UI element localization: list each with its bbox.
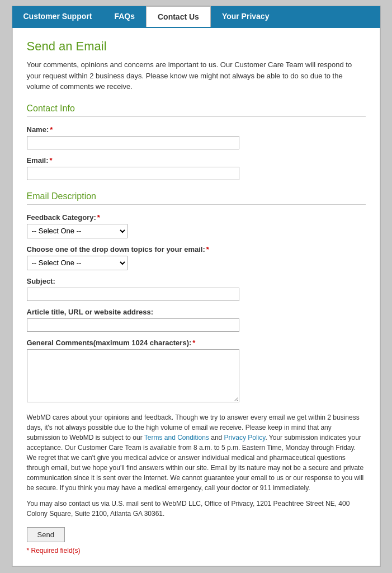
content-area: Send an Email Your comments, opinions an… (12, 28, 380, 566)
article-title-label: Article title, URL or website address: (27, 308, 366, 316)
page-title: Send an Email (27, 39, 366, 54)
name-required-star: * (50, 125, 53, 134)
disclaimer-paragraph1: WebMD cares about your opinions and feed… (27, 412, 366, 493)
feedback-required-star: * (97, 213, 100, 222)
email-description-section: Email Description Feedback Category:* --… (27, 191, 366, 404)
feedback-category-label: Feedback Category:* (27, 213, 366, 222)
dropdown-topics-group: Choose one of the drop down topics for y… (27, 245, 366, 270)
dropdown-required-star: * (206, 245, 209, 253)
terms-conditions-link[interactable]: Terms and Conditions (144, 434, 209, 442)
required-fields-note: * Required field(s) (27, 547, 366, 555)
tab-faqs[interactable]: FAQs (103, 6, 146, 26)
dropdown-topics-select[interactable]: -- Select One -- (27, 256, 127, 270)
email-required-star: * (50, 156, 53, 165)
email-field-group: Email:* (27, 156, 366, 180)
contact-info-heading: Contact Info (27, 104, 366, 117)
tab-customer-support[interactable]: Customer Support (12, 6, 103, 26)
email-label: Email:* (27, 156, 366, 165)
name-field-group: Name:* (27, 125, 366, 149)
email-desc-heading: Email Description (27, 191, 366, 205)
article-title-group: Article title, URL or website address: (27, 308, 366, 332)
general-comments-textarea[interactable] (27, 349, 239, 402)
send-button[interactable]: Send (27, 527, 65, 542)
email-input[interactable] (27, 167, 239, 180)
tab-navigation: Customer Support FAQs Contact Us Your Pr… (12, 6, 380, 28)
article-title-input[interactable] (27, 318, 239, 332)
name-label: Name:* (27, 125, 366, 134)
feedback-category-group: Feedback Category:* -- Select One -- (27, 213, 366, 238)
subject-input[interactable] (27, 288, 239, 301)
general-comments-label: General Comments(maximum 1024 characters… (27, 339, 366, 347)
tab-contact-us[interactable]: Contact Us (146, 6, 211, 27)
comments-required-star: * (192, 339, 195, 347)
dropdown-topics-label: Choose one of the drop down topics for y… (27, 245, 366, 253)
general-comments-group: General Comments(maximum 1024 characters… (27, 339, 366, 404)
subject-label: Subject: (27, 277, 366, 285)
feedback-category-select[interactable]: -- Select One -- (27, 224, 127, 238)
page-wrapper: Customer Support FAQs Contact Us Your Pr… (12, 6, 381, 567)
tab-your-privacy[interactable]: Your Privacy (211, 6, 281, 26)
name-input[interactable] (27, 136, 239, 149)
privacy-policy-link[interactable]: Privacy Policy (224, 434, 266, 442)
subject-group: Subject: (27, 277, 366, 301)
intro-text: Your comments, opinions and concerns are… (27, 59, 366, 92)
mail-address-text: You may also contact us via U.S. mail se… (27, 499, 366, 519)
